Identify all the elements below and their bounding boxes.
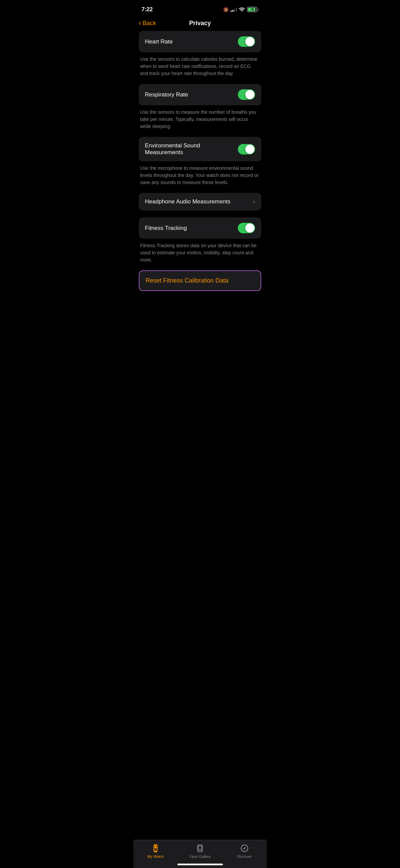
environmental-sound-label: Environmental Sound Measurements <box>145 142 238 156</box>
respiratory-rate-label: Respiratory Rate <box>145 91 238 98</box>
bell-slash-icon: 🔕 <box>223 7 229 12</box>
status-bar: 7:22 🔕 79 <box>133 0 267 17</box>
back-chevron-icon: ‹ <box>139 19 141 27</box>
respiratory-rate-description: Use the sensors to measure the number of… <box>139 105 261 130</box>
fitness-tracking-row[interactable]: Fitness Tracking <box>139 217 261 239</box>
respiratory-rate-row[interactable]: Respiratory Rate <box>139 84 261 105</box>
heart-rate-row[interactable]: Heart Rate <box>139 31 261 52</box>
respiratory-rate-section: Respiratory Rate Use the sensors to meas… <box>139 84 261 130</box>
fitness-tracking-toggle[interactable] <box>238 223 255 233</box>
chevron-right-icon: › <box>253 198 255 205</box>
headphone-audio-label: Headphone Audio Measurements <box>145 198 253 205</box>
reset-fitness-row[interactable]: Reset Fitness Calibration Data <box>139 270 261 291</box>
wifi-icon <box>239 7 245 12</box>
headphone-audio-section: Headphone Audio Measurements › <box>139 193 261 211</box>
environmental-sound-description: Use the microphone to measure environmen… <box>139 161 261 186</box>
back-button[interactable]: ‹ Back <box>139 20 156 27</box>
heart-rate-description: Use the sensors to calculate calories bu… <box>139 52 261 77</box>
fitness-tracking-description: Fitness Tracking stores data on your dev… <box>139 239 261 264</box>
heart-rate-label: Heart Rate <box>145 38 238 45</box>
fitness-tracking-section: Fitness Tracking Fitness Tracking stores… <box>139 217 261 264</box>
environmental-sound-row[interactable]: Environmental Sound Measurements <box>139 137 261 161</box>
status-time: 7:22 <box>141 6 153 13</box>
signal-icon <box>231 7 237 12</box>
reset-fitness-label[interactable]: Reset Fitness Calibration Data <box>146 277 228 284</box>
headphone-audio-row[interactable]: Headphone Audio Measurements › <box>139 193 261 211</box>
environmental-sound-toggle[interactable] <box>238 144 255 155</box>
heart-rate-section: Heart Rate Use the sensors to calculate … <box>139 31 261 77</box>
fitness-tracking-label: Fitness Tracking <box>145 225 238 232</box>
page-title: Privacy <box>189 20 211 27</box>
heart-rate-toggle[interactable] <box>238 36 255 47</box>
battery-icon: 79 <box>247 7 259 12</box>
nav-header: ‹ Back Privacy <box>133 17 267 31</box>
respiratory-rate-toggle[interactable] <box>238 89 255 100</box>
back-label: Back <box>142 20 156 27</box>
settings-content: Heart Rate Use the sensors to calculate … <box>133 31 267 328</box>
status-icons: 🔕 79 <box>223 7 259 12</box>
environmental-sound-section: Environmental Sound Measurements Use the… <box>139 137 261 186</box>
